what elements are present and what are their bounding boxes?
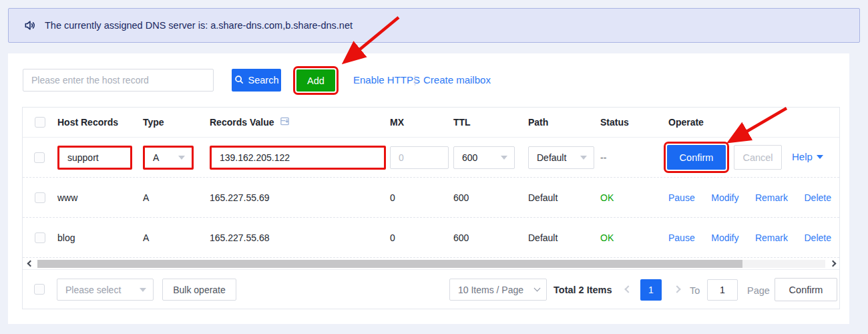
column-header-type: Type: [143, 117, 210, 128]
record-value-input[interactable]: [210, 146, 386, 170]
row-value: 165.227.55.68: [210, 232, 390, 243]
column-header-value: Records Value: [210, 117, 274, 128]
banner-text: The currently assigned DNS server is: a.…: [45, 20, 353, 31]
record-type-select[interactable]: A: [143, 146, 194, 170]
next-page-icon[interactable]: [673, 285, 680, 293]
content-card: Search Add Enable HTTPS Create mailbox H…: [8, 53, 849, 324]
toolbar-link-divider: [415, 75, 415, 86]
search-button[interactable]: Search: [232, 69, 281, 92]
edit-record-row: A 600 Default -- Confirm Cancel Help: [23, 138, 839, 178]
select-all-checkbox[interactable]: [35, 117, 45, 128]
pause-link[interactable]: Pause: [668, 192, 695, 203]
table-row: blog A 165.227.55.68 0 600 Default OK Pa…: [23, 218, 839, 258]
row-mx: 0: [390, 232, 453, 243]
confirm-record-button[interactable]: Confirm: [667, 145, 726, 170]
current-page-button[interactable]: 1: [640, 279, 662, 301]
row-ttl: 600: [453, 232, 528, 243]
batch-edit-value-icon[interactable]: [280, 116, 290, 128]
delete-link[interactable]: Delete: [805, 232, 831, 243]
row-mx: 0: [390, 192, 453, 203]
previous-page-icon[interactable]: [624, 285, 632, 293]
column-header-path: Path: [528, 117, 600, 128]
page-size-select[interactable]: 10 Items / Page: [449, 279, 547, 301]
dns-records-table: Host Records Type Records Value MX TTL P…: [22, 107, 840, 309]
dns-server-banner: The currently assigned DNS server is: a.…: [8, 8, 860, 43]
row-value: 165.227.55.69: [210, 192, 390, 203]
goto-page-label: Page: [747, 285, 770, 296]
page-size-value: 10 Items / Page: [458, 285, 523, 295]
edit-row-status: --: [600, 152, 606, 163]
remark-link[interactable]: Remark: [755, 192, 788, 203]
row-checkbox[interactable]: [35, 232, 45, 243]
create-mailbox-link[interactable]: Create mailbox: [423, 74, 491, 86]
bulk-select-placeholder: Please select: [65, 285, 121, 295]
row-ttl: 600: [453, 192, 528, 203]
pagination-confirm-button[interactable]: Confirm: [775, 278, 837, 301]
table-header-row: Host Records Type Records Value MX TTL P…: [23, 108, 839, 138]
table-footer: Please select Bulk operate 10 Items / Pa…: [23, 270, 839, 309]
row-checkbox[interactable]: [35, 192, 45, 203]
chevron-down-icon: [580, 156, 587, 160]
path-value: Default: [537, 152, 566, 163]
pause-link[interactable]: Pause: [668, 232, 695, 243]
row-status: OK: [600, 192, 668, 203]
bulk-operate-button[interactable]: Bulk operate: [162, 279, 236, 301]
chevron-down-icon: [817, 155, 823, 159]
dns-records-page: The currently assigned DNS server is: a.…: [0, 0, 868, 334]
chevron-down-icon: [501, 156, 507, 160]
total-items-label: Total 2 Items: [554, 285, 612, 295]
enable-https-link[interactable]: Enable HTTPS: [353, 74, 420, 86]
footer-select-all-checkbox[interactable]: [34, 284, 45, 295]
row-checkbox[interactable]: [34, 152, 45, 163]
host-record-input[interactable]: [57, 146, 132, 170]
search-icon: [234, 75, 244, 86]
horizontal-scrollbar: [23, 258, 839, 270]
table-row: www A 165.227.55.69 0 600 Default OK Pau…: [23, 178, 839, 218]
column-header-status: Status: [600, 117, 668, 128]
scroll-right-arrow-icon[interactable]: [830, 261, 837, 267]
row-type: A: [143, 232, 210, 243]
scrollbar-track[interactable]: [37, 260, 825, 268]
help-label: Help: [792, 151, 813, 162]
column-header-ttl: TTL: [453, 117, 528, 128]
ttl-value: 600: [462, 152, 477, 163]
path-select[interactable]: Default: [528, 146, 594, 169]
column-header-operate: Operate: [668, 117, 839, 128]
mx-input[interactable]: [390, 146, 449, 169]
search-button-label: Search: [248, 75, 279, 86]
bulk-action-select[interactable]: Please select: [57, 279, 154, 301]
delete-link[interactable]: Delete: [805, 192, 831, 203]
column-header-host: Host Records: [57, 117, 143, 128]
cancel-record-button[interactable]: Cancel: [734, 145, 782, 170]
chevron-down-icon: [534, 285, 541, 292]
modify-link[interactable]: Modify: [711, 192, 738, 203]
scroll-left-arrow-icon[interactable]: [27, 261, 34, 267]
chevron-down-icon: [140, 288, 146, 292]
scrollbar-thumb[interactable]: [37, 260, 742, 268]
chevron-down-icon: [178, 156, 185, 160]
announcement-speaker-icon: [23, 19, 37, 32]
record-type-value: A: [153, 152, 159, 163]
column-header-mx: MX: [390, 117, 453, 128]
ttl-select[interactable]: 600: [453, 146, 515, 169]
remark-link[interactable]: Remark: [755, 232, 788, 243]
goto-page-input[interactable]: [707, 279, 738, 301]
row-path: Default: [528, 192, 600, 203]
add-button[interactable]: Add: [296, 69, 335, 92]
modify-link[interactable]: Modify: [711, 232, 738, 243]
help-dropdown[interactable]: Help: [792, 151, 823, 162]
goto-to-label: To: [690, 285, 700, 296]
row-path: Default: [528, 232, 600, 243]
row-host: blog: [57, 232, 143, 243]
host-record-search-input[interactable]: [23, 69, 214, 92]
row-status: OK: [600, 232, 668, 243]
row-type: A: [143, 192, 210, 203]
row-host: www: [57, 192, 143, 203]
